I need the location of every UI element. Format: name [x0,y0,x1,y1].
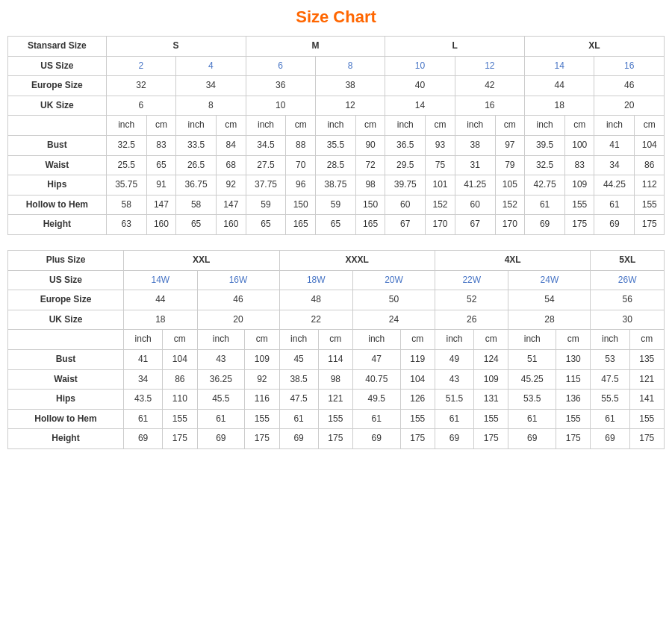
std-unit-1: cm [146,116,175,136]
plus-uk-28: 28 [508,310,591,330]
bust-v9: 93 [426,135,455,155]
plus-bust-v11: 130 [556,349,591,369]
bust-v12: 39.5 [525,135,565,155]
std-unit-11: cm [495,116,524,136]
hollow-v14: 61 [594,195,635,215]
bust-v15: 104 [635,135,665,155]
std-unit-3: cm [217,116,246,136]
plus-us-20w: 20W [353,270,435,290]
us-size-14: 14 [525,56,594,76]
std-unit-5: cm [286,116,315,136]
hips-v8: 39.75 [385,175,426,196]
hollow-v4: 59 [246,195,286,215]
height-v11: 170 [495,215,524,235]
plus-us-26w: 26W [591,270,665,290]
std-unit-0: inch [106,116,146,136]
plus-us-24w: 24W [508,270,591,290]
hollow-v2: 58 [176,195,217,215]
plus-bust-v13: 135 [629,349,664,369]
plus-unit-5: cm [318,330,352,350]
height-v12: 69 [525,215,565,235]
waist-v13: 83 [565,155,594,175]
height-v15: 175 [635,215,665,235]
eu-size-46: 46 [594,76,665,96]
plus-5xl-header: 5XL [591,250,665,270]
height-v7: 165 [355,215,385,235]
hips-v13: 109 [565,175,594,196]
uk-size-8: 8 [176,96,246,116]
std-unit-4: inch [246,116,286,136]
plus-hips-v1: 110 [163,390,197,410]
plus-unit-4: inch [279,330,318,350]
bust-v4: 34.5 [246,135,286,155]
hollow-v10: 60 [455,195,495,215]
plus-size-section: Plus Size XXL XXXL 4XL 5XL US Size 14W 1… [7,250,665,449]
hips-v2: 36.75 [176,175,217,196]
bust-v10: 38 [455,135,495,155]
waist-v3: 68 [217,155,246,175]
us-size-10: 10 [385,56,455,76]
plus-waist-v11: 115 [556,369,591,390]
plus-uk-18: 18 [124,310,198,330]
plus-hollow-v10: 61 [508,409,556,429]
standard-size-label: Stansard Size [8,37,107,57]
bust-v13: 100 [565,135,594,155]
hips-v0: 35.75 [106,175,146,196]
plus-hollow-row: Hollow to Hem 61 155 61 155 61 155 61 15… [8,409,665,429]
us-size-6: 6 [246,56,315,76]
plus-size-label: Plus Size [8,250,124,270]
waist-v8: 29.5 [385,155,426,175]
size-s-header: S [106,37,246,57]
plus-us-18w: 18W [279,270,353,290]
plus-height-v8: 69 [435,429,473,449]
waist-v15: 86 [635,155,665,175]
plus-uk-label: UK Size [8,310,124,330]
plus-hips-v13: 141 [629,390,664,410]
plus-hollow-v13: 155 [629,409,664,429]
plus-waist-v6: 40.75 [353,369,401,390]
bust-v14: 41 [594,135,635,155]
std-unit-empty [8,116,107,136]
height-v2: 65 [176,215,217,235]
waist-v0: 25.5 [106,155,146,175]
plus-bust-v0: 41 [124,349,163,369]
plus-bust-v9: 124 [474,349,508,369]
hollow-v9: 152 [426,195,455,215]
waist-v7: 72 [355,155,385,175]
hips-v15: 112 [635,175,665,196]
height-v0: 63 [106,215,146,235]
bust-v2: 33.5 [176,135,217,155]
uk-size-6: 6 [106,96,175,116]
size-m-header: M [246,37,385,57]
plus-bust-v4: 45 [279,349,318,369]
bust-label: Bust [8,135,107,155]
std-unit-10: inch [455,116,495,136]
plus-uk-24: 24 [353,310,435,330]
us-size-16: 16 [594,56,665,76]
us-size-label: US Size [8,56,107,76]
hips-v5: 96 [286,175,315,196]
plus-hips-v9: 131 [474,390,508,410]
waist-label: Waist [8,155,107,175]
plus-eu-46: 46 [197,290,279,310]
europe-size-label: Europe Size [8,76,107,96]
height-v5: 165 [286,215,315,235]
plus-eu-54: 54 [508,290,591,310]
eu-size-40: 40 [385,76,455,96]
plus-waist-v1: 86 [163,369,197,390]
plus-waist-v7: 104 [400,369,435,390]
bust-v3: 84 [217,135,246,155]
plus-bust-v12: 53 [591,349,629,369]
waist-v12: 32.5 [525,155,565,175]
hips-v6: 38.75 [315,175,355,196]
plus-bust-v3: 109 [245,349,279,369]
height-v14: 69 [594,215,635,235]
plus-eu-44: 44 [124,290,198,310]
hollow-v13: 155 [565,195,594,215]
plus-height-v13: 175 [629,429,664,449]
plus-unit-8: inch [435,330,473,350]
bust-v1: 83 [146,135,175,155]
plus-hips-v10: 53.5 [508,390,556,410]
plus-hips-v2: 45.5 [197,390,245,410]
plus-eu-52: 52 [435,290,508,310]
